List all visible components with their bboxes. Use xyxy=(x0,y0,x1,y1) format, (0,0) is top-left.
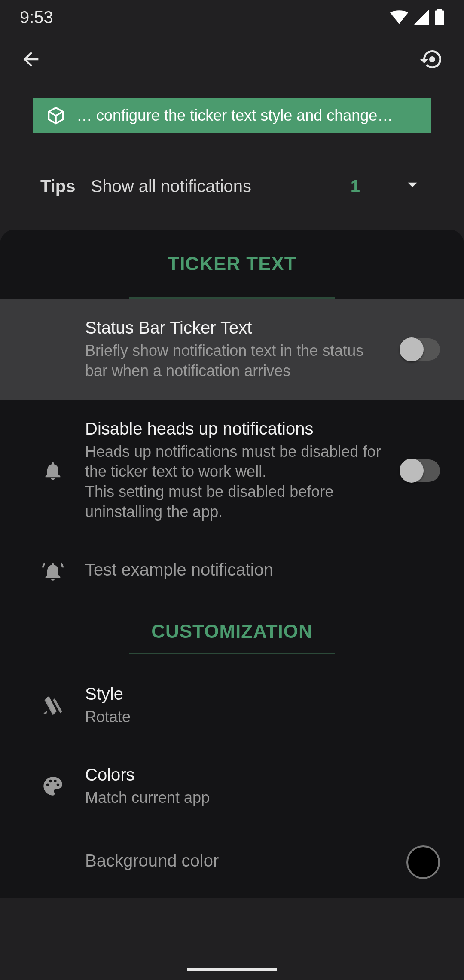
row-colors[interactable]: Colors Match current app xyxy=(0,746,464,827)
settings-card: TICKER TEXT Status Bar Ticker Text Brief… xyxy=(0,230,464,898)
row-title: Disable heads up notifications xyxy=(85,419,387,438)
row-title: Test example notification xyxy=(85,560,426,579)
notification-banner-wrap: … configure the ticker text style and ch… xyxy=(0,86,464,145)
battery-icon xyxy=(435,9,444,25)
notification-banner[interactable]: … configure the ticker text style and ch… xyxy=(33,98,431,133)
tips-row[interactable]: Tips Show all notifications 1 xyxy=(0,145,464,227)
style-icon xyxy=(42,695,64,717)
row-subtitle: Match current app xyxy=(85,788,426,808)
tab-ticker-text: TICKER TEXT xyxy=(168,253,296,275)
toggle-heads-up[interactable] xyxy=(400,459,440,482)
toggle-status-ticker[interactable] xyxy=(400,338,440,361)
switch-knob xyxy=(400,337,424,361)
row-test-notification[interactable]: Test example notification xyxy=(0,541,464,602)
background-color-swatch[interactable] xyxy=(406,845,440,879)
tab-header[interactable]: TICKER TEXT xyxy=(0,230,464,298)
row-disable-heads-up[interactable]: Disable heads up notifications Heads up … xyxy=(0,400,464,541)
android-status-bar: 9:53 xyxy=(0,0,464,34)
row-title: Background color xyxy=(85,851,393,870)
section-customization: CUSTOMIZATION xyxy=(0,602,464,665)
row-status-bar-ticker[interactable]: Status Bar Ticker Text Briefly show noti… xyxy=(0,299,464,400)
bell-icon xyxy=(42,459,64,482)
row-subtitle: Heads up notifications must be disabled … xyxy=(85,442,387,522)
expand-button[interactable] xyxy=(401,173,424,199)
banner-text: … configure the ticker text style and ch… xyxy=(76,107,418,125)
row-style[interactable]: Style Rotate xyxy=(0,665,464,746)
app-logo-icon xyxy=(46,106,65,125)
section-rule xyxy=(129,653,335,654)
tips-label: Tips xyxy=(40,177,76,196)
status-icons xyxy=(390,9,444,25)
wifi-icon xyxy=(390,10,408,24)
row-title: Status Bar Ticker Text xyxy=(85,318,387,337)
section-label: CUSTOMIZATION xyxy=(151,621,313,642)
switch-knob xyxy=(400,459,424,483)
arrow-back-icon xyxy=(20,48,42,70)
app-top-bar xyxy=(0,34,464,86)
row-background-color[interactable]: Background color xyxy=(0,827,464,898)
tips-text: Show all notifications xyxy=(91,177,335,196)
chevron-down-icon xyxy=(401,173,424,196)
bell-ring-icon xyxy=(42,560,64,582)
palette-icon xyxy=(42,775,64,797)
row-subtitle: Rotate xyxy=(85,707,426,727)
row-subtitle: Briefly show notification text in the st… xyxy=(85,341,387,381)
signal-icon xyxy=(414,10,429,24)
back-button[interactable] xyxy=(20,48,42,72)
clock: 9:53 xyxy=(20,8,53,27)
tips-count: 1 xyxy=(351,177,360,196)
backup-restore-icon xyxy=(420,47,444,71)
nav-gesture-handle[interactable] xyxy=(187,968,277,971)
row-title: Colors xyxy=(85,765,426,784)
restore-button[interactable] xyxy=(420,47,444,73)
row-title: Style xyxy=(85,684,426,704)
